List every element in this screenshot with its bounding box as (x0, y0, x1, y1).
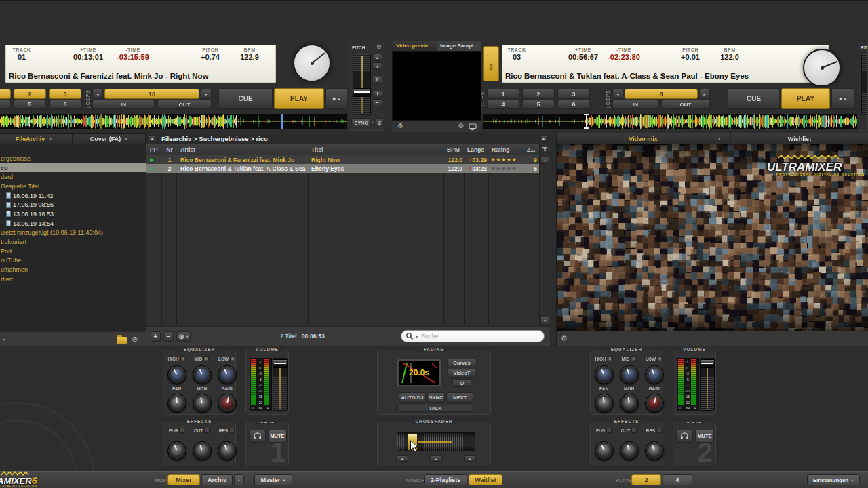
deck1-sync-button[interactable]: SYNC (351, 118, 371, 127)
res-enable-checkbox[interactable] (656, 428, 662, 433)
sidebar-item[interactable]: ouTube (0, 256, 146, 266)
mon-knob[interactable] (193, 394, 212, 413)
sidebar-item[interactable]: trukturiert (0, 237, 146, 247)
sidebar-item[interactable]: ufnahmen (0, 265, 146, 274)
pitch-minus-button[interactable]: − (372, 99, 382, 106)
search-input[interactable] (420, 332, 524, 340)
table-row[interactable]: ■ 2 Rico Bernasconi & Tuklan feat. A-Cla… (146, 164, 539, 173)
video-settings-gear-icon[interactable]: ⚙ (397, 122, 403, 129)
search-box[interactable]: ▾ (401, 330, 545, 342)
scroll-down-button[interactable]: ▼ (540, 317, 549, 325)
table-settings-button[interactable]: ⚙ ▾ (176, 331, 191, 342)
gain-knob[interactable] (218, 394, 237, 413)
sidebar-item[interactable]: uletzt hinzugefügt (18.06.19 11:43:04) (0, 228, 146, 238)
fade-target-button[interactable]: ⊙ (452, 379, 471, 387)
breadcrumb-back-button[interactable]: ◂ (149, 135, 155, 142)
sidebar-options-dropdown[interactable]: ▾ (3, 337, 5, 342)
sidebar-item[interactable]: co (0, 163, 146, 173)
crossfade-center-button[interactable]: ● (430, 455, 442, 462)
open-folder-icon[interactable] (117, 337, 127, 344)
talk-button[interactable]: TALK (397, 405, 473, 412)
deck2-loop-out-button[interactable]: OUT (661, 100, 710, 109)
eq-high-knob[interactable] (595, 365, 614, 384)
deck2-track-waveform[interactable] (483, 114, 857, 129)
player-4-button[interactable]: 4 (663, 474, 692, 485)
deck1-cue6-button[interactable]: 6 (49, 100, 81, 109)
deck1-cue2-button[interactable]: 2 (14, 89, 46, 99)
deck1-sync-count[interactable]: 2 (376, 118, 384, 127)
curves-button[interactable]: Curves (447, 359, 477, 367)
sidebar-item[interactable]: 18.06.19 11:42 (0, 191, 146, 201)
sidebar-item[interactable]: 17.06.19 08:56 (0, 200, 146, 209)
column-titel[interactable]: Titel (311, 144, 323, 155)
deck2-jog-wheel[interactable] (803, 49, 841, 87)
column-pp[interactable]: PP (150, 144, 157, 155)
sidebar-item[interactable]: ergebnisse (0, 154, 146, 163)
kill-button[interactable]: K (608, 356, 613, 361)
pan-knob[interactable] (167, 394, 186, 413)
sidebar-item[interactable]: 13.06.19 14:54 (0, 219, 146, 228)
sidebar-item[interactable]: rtiert (0, 274, 146, 284)
deck2-loop-in-button[interactable]: IN (612, 100, 658, 109)
cell-rating[interactable]: ★★★★★ (491, 164, 522, 173)
deck2-pitch-fader[interactable] (861, 54, 868, 115)
deck2-loop-left-button[interactable]: ◄ (612, 89, 623, 99)
deck1-loop-right-button[interactable]: ► (201, 89, 212, 99)
res-knob[interactable] (645, 441, 664, 460)
tab-wishlist[interactable]: Wishlist (731, 133, 868, 144)
deck1-cue3-button[interactable]: 3 (49, 89, 81, 99)
crossfader-track[interactable] (397, 432, 475, 451)
next-button[interactable]: NEXT (446, 392, 473, 403)
deck2-cue4-button[interactable]: 4 (487, 100, 519, 109)
modus-archiv-button[interactable]: Archiv (201, 474, 233, 485)
clear-prohibit-icon[interactable]: ⊘ (132, 335, 138, 344)
kill-button[interactable]: K (203, 356, 209, 361)
sidebar-item[interactable]: 13.06.19 16:53 (0, 209, 146, 219)
auto-dj-button[interactable]: AUTO DJ (399, 392, 426, 403)
kill-button[interactable]: K (657, 356, 663, 361)
search-options-dropdown[interactable]: ▾ (416, 334, 418, 339)
view-waitlist-button[interactable]: Waitlist (469, 474, 502, 485)
sync-button[interactable]: SYNC (427, 392, 445, 403)
add-track-button[interactable]: + (151, 331, 161, 342)
volume-fader[interactable] (273, 358, 288, 411)
volume-fader[interactable] (700, 358, 715, 411)
master-button[interactable]: Master▲ (254, 474, 292, 485)
table-scrollbar[interactable]: ▲ ▼ (539, 144, 550, 326)
deck1-stop-button[interactable]: ■ ▸ (326, 88, 347, 109)
column-bpm[interactable]: BPM (447, 144, 460, 155)
pitch-gear-icon[interactable]: ⚙ (376, 43, 382, 50)
video-mix-gear-icon[interactable]: ⚙ (561, 334, 568, 343)
deck2-cue6-button[interactable]: 6 (557, 100, 590, 109)
pitch-fader-handle[interactable] (353, 88, 371, 97)
deck1-pitch-fader[interactable] (353, 54, 371, 115)
deck1-jog-wheel[interactable] (293, 44, 331, 82)
breadcrumb-forward-button[interactable]: ▸ (540, 135, 547, 142)
sidebar-tab-filearchiv[interactable]: FileArchiv ▼ (0, 134, 73, 144)
cut-enable-checkbox[interactable] (631, 428, 637, 433)
deck1-loop-out-button[interactable]: OUT (157, 100, 212, 109)
deck2-cue-button[interactable]: CUE (728, 88, 780, 109)
deck2-loop-length-button[interactable]: 8 (625, 89, 698, 99)
player-2-button[interactable]: 2 (631, 474, 661, 485)
tab-video-mix[interactable]: Video mix ▼ (557, 133, 730, 144)
pitch-down-button[interactable]: ▼ (372, 62, 382, 70)
kill-button[interactable]: K (230, 356, 235, 361)
deck1-loop-in-button[interactable]: IN (92, 100, 155, 109)
deck1-cue1-button[interactable]: 1 (0, 89, 11, 99)
pan-knob[interactable] (595, 394, 614, 413)
view-playlists-button[interactable]: 2-Playlists (424, 474, 467, 485)
eq-low-knob[interactable] (218, 365, 237, 384)
settings-button[interactable]: Einstellungen▲ (807, 474, 860, 485)
deck2-cue1-button[interactable]: 1 (487, 89, 519, 99)
modus-expand-button[interactable]: ▲ (234, 474, 244, 485)
deck2-cue5-button[interactable]: 5 (522, 100, 555, 109)
kill-button[interactable]: K (631, 356, 636, 361)
cut-knob[interactable] (193, 441, 212, 460)
cell-rating[interactable]: ★★★★★ (491, 155, 522, 164)
cut-knob[interactable] (620, 441, 639, 460)
deck1-cue5-button[interactable]: 5 (14, 100, 46, 109)
pitch-up-button[interactable]: ▲ (372, 54, 382, 61)
deck2-stop-button[interactable]: ■ ▸ (831, 88, 854, 109)
column-nr[interactable]: Nr (164, 144, 175, 155)
